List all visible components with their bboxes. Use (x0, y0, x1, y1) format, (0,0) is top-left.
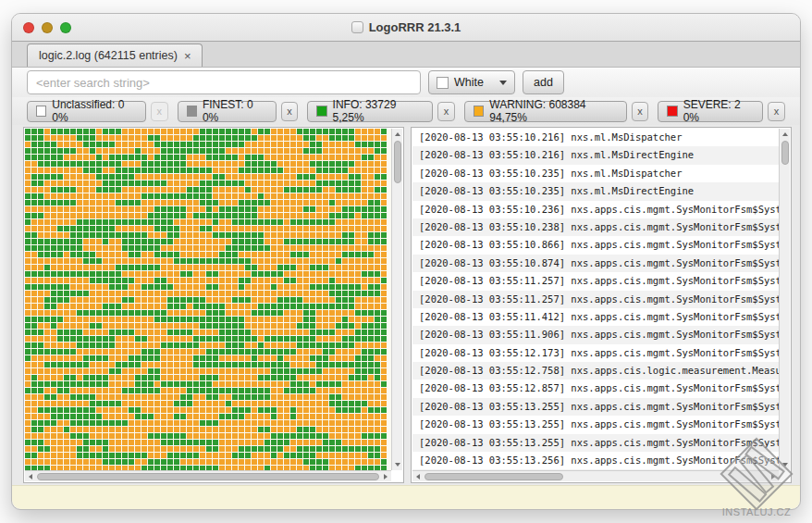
filter-label: SEVERE: 2 0% (683, 98, 755, 124)
right-hscroll-thumb[interactable] (424, 473, 563, 480)
filter-chip-info[interactable]: INFO: 33729 5,25% (307, 101, 433, 122)
log-line[interactable]: [2020-08-13 03:55:10.216] nxs.ml.MsDirec… (412, 146, 779, 164)
scroll-left-icon[interactable] (25, 471, 36, 482)
right-vscroll-thumb[interactable] (781, 141, 789, 165)
left-horizontal-scrollbar[interactable] (25, 470, 391, 481)
left-hscroll-thumb[interactable] (37, 473, 379, 480)
log-line[interactable]: [2020-08-13 03:55:11.412] nxs.apps.cis.m… (412, 308, 779, 326)
tab-bar: logic.2.log (642115 entries) × (12, 42, 800, 68)
log-line[interactable]: [2020-08-13 03:55:12.173] nxs.apps.cis.m… (412, 344, 779, 362)
log-line[interactable]: [2020-08-13 03:55:11.257] nxs.apps.cis.m… (412, 291, 779, 308)
add-filter-button[interactable]: add (523, 70, 564, 94)
highlight-color-dropdown[interactable]: White (428, 70, 515, 94)
log-list: [2020-08-13 03:55:10.216] nxs.ml.MsDispa… (412, 129, 779, 470)
log-line[interactable]: [2020-08-13 03:55:10.866] nxs.apps.cis.m… (412, 236, 779, 254)
filter-remove-button-warning[interactable]: x (632, 102, 649, 121)
filter-chip-unclassified[interactable]: Unclassified: 0 0% (27, 101, 146, 122)
log-line[interactable]: [2020-08-13 03:55:10.236] nxs.apps.cis.m… (412, 201, 779, 218)
filter-color-swatch (316, 106, 326, 117)
scroll-left-icon[interactable] (412, 471, 424, 482)
filter-color-swatch (667, 106, 677, 117)
instaluj-logo-icon (712, 436, 801, 512)
app-icon (351, 21, 363, 33)
filter-remove-button-finest[interactable]: x (281, 102, 299, 121)
tab-logic2log[interactable]: logic.2.log (642115 entries) × (27, 44, 203, 67)
left-vscroll-thumb[interactable] (394, 141, 401, 183)
color-swatch-white (437, 77, 449, 89)
maximize-window-button[interactable] (60, 22, 71, 33)
right-vertical-scrollbar[interactable] (779, 129, 790, 470)
filter-chip-finest[interactable]: FINEST: 0 0% (178, 101, 277, 122)
log-line[interactable]: [2020-08-13 03:55:13.255] nxs.apps.cis.m… (412, 416, 779, 433)
left-vertical-scrollbar[interactable] (391, 129, 402, 470)
watermark-text: INSTALUJ.CZ (705, 506, 808, 517)
log-text-panel: [2020-08-13 03:55:10.216] nxs.ml.MsDispa… (411, 127, 792, 483)
titlebar[interactable]: LogoRRR 21.3.1 (12, 14, 800, 42)
filter-bar: Unclassified: 0 0%xFINEST: 0 0%xINFO: 33… (12, 97, 800, 125)
app-window: LogoRRR 21.3.1 logic.2.log (642115 entri… (11, 13, 801, 510)
log-line[interactable]: [2020-08-13 03:55:10.874] nxs.apps.cis.m… (412, 255, 779, 272)
filter-chip-severe[interactable]: SEVERE: 2 0% (658, 101, 763, 122)
status-bar (12, 485, 800, 509)
search-toolbar: White add (12, 68, 800, 97)
minimize-window-button[interactable] (42, 22, 53, 33)
scroll-down-icon[interactable] (392, 459, 403, 470)
filter-label: WARNING: 608384 94,75% (489, 98, 617, 124)
log-line[interactable]: [2020-08-13 03:55:10.238] nxs.apps.cis.m… (412, 218, 779, 236)
log-line[interactable]: [2020-08-13 03:55:13.255] nxs.apps.cis.m… (412, 398, 779, 416)
log-overview-panel (23, 127, 404, 483)
content-area: [2020-08-13 03:55:10.216] nxs.ml.MsDispa… (12, 125, 800, 485)
chevron-down-icon (499, 81, 507, 85)
search-input[interactable] (27, 70, 421, 94)
filter-color-swatch (474, 106, 484, 117)
filter-remove-button-severe[interactable]: x (768, 102, 785, 121)
scroll-up-icon[interactable] (780, 129, 791, 140)
log-line[interactable]: [2020-08-13 03:55:11.257] nxs.apps.cis.m… (412, 272, 779, 290)
filter-color-swatch (36, 106, 46, 117)
filter-label: INFO: 33729 5,25% (333, 98, 424, 124)
close-window-button[interactable] (23, 22, 34, 33)
watermark: INSTALUJ.CZ (705, 436, 808, 517)
log-line[interactable]: [2020-08-13 03:55:10.235] nxs.ml.MsDispa… (412, 165, 779, 182)
tab-close-icon[interactable]: × (184, 50, 191, 62)
log-line[interactable]: [2020-08-13 03:55:11.906] nxs.apps.cis.m… (412, 326, 779, 343)
traffic-lights (23, 14, 71, 41)
log-line[interactable]: [2020-08-13 03:55:10.216] nxs.ml.MsDispa… (412, 129, 779, 146)
filter-remove-button-info[interactable]: x (437, 102, 455, 121)
log-line[interactable]: [2020-08-13 03:55:12.857] nxs.apps.cis.m… (412, 380, 779, 397)
log-overview-grid-holder (25, 129, 391, 470)
filter-label: Unclassified: 0 0% (52, 98, 137, 124)
scroll-up-icon[interactable] (392, 129, 403, 140)
tab-label: logic.2.log (642115 entries) (39, 49, 178, 62)
filter-chip-warning[interactable]: WARNING: 608384 94,75% (464, 101, 627, 122)
filter-remove-button-unclassified[interactable]: x (151, 102, 168, 121)
window-title: LogoRRR 21.3.1 (369, 20, 461, 34)
filter-color-swatch (187, 106, 197, 117)
log-line[interactable]: [2020-08-13 03:55:12.758] nxs.apps.cis.l… (412, 362, 779, 380)
log-line[interactable]: [2020-08-13 03:55:10.235] nxs.ml.MsDirec… (412, 182, 779, 200)
log-overview-grid[interactable] (25, 129, 391, 470)
filter-label: FINEST: 0 0% (203, 98, 267, 124)
scroll-right-icon[interactable] (380, 471, 391, 482)
dropdown-value: White (454, 76, 494, 89)
